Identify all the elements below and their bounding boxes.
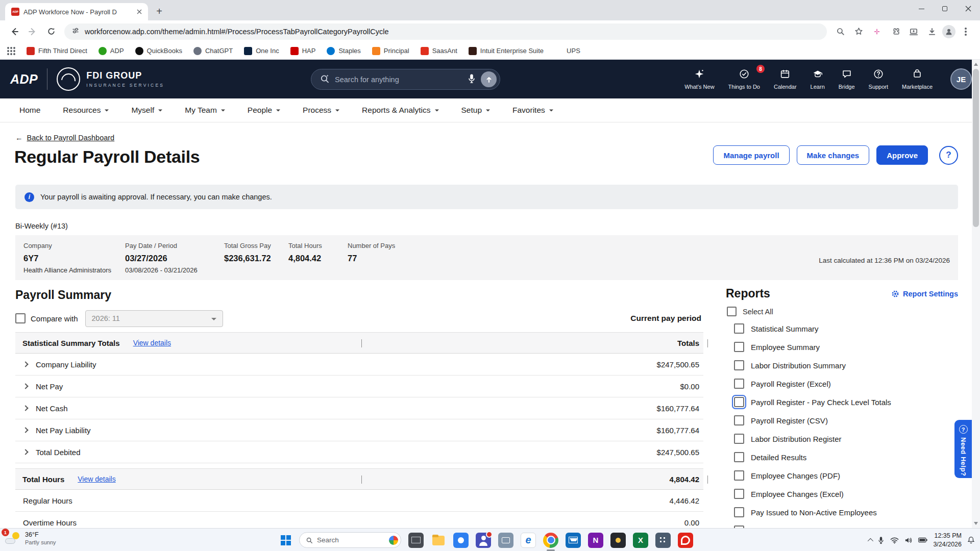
bookmark-fifth-third[interactable]: Fifth Third Direct <box>27 47 87 55</box>
taskbar-outlook[interactable] <box>566 533 581 548</box>
checkbox[interactable] <box>734 434 744 444</box>
site-settings-icon[interactable] <box>71 27 80 37</box>
whats-new-item[interactable]: What's New <box>684 68 714 90</box>
chevron-right-icon[interactable] <box>22 361 28 367</box>
apps-grid-icon[interactable] <box>7 47 15 55</box>
chevron-right-icon[interactable] <box>22 449 28 455</box>
checkbox[interactable] <box>734 452 744 462</box>
search-submit-icon[interactable] <box>481 71 497 87</box>
nav-home[interactable]: Home <box>19 106 40 115</box>
report-option[interactable]: Labor Distribution Register <box>734 430 958 448</box>
bookmark-star-icon[interactable] <box>850 23 867 40</box>
taskbar-internet-explorer[interactable] <box>521 533 536 548</box>
scrollbar-thumb[interactable] <box>973 69 979 227</box>
learn-item[interactable]: Learn <box>811 68 825 90</box>
mic-icon[interactable] <box>468 73 476 86</box>
taskbar-calculator[interactable] <box>655 533 671 548</box>
bookmark-staples[interactable]: Staples <box>327 47 360 55</box>
column-divider[interactable] <box>361 475 362 484</box>
url-bar[interactable]: workforcenow.adp.com/theme/admin.html#/P… <box>64 23 827 40</box>
hidden-icons-chevron[interactable] <box>868 538 872 542</box>
notifications-bell-icon[interactable] <box>967 536 975 544</box>
taskbar-keeper-app[interactable] <box>610 533 626 548</box>
taskbar-acrobat[interactable] <box>678 533 693 548</box>
make-changes-button[interactable]: Make changes <box>797 145 870 165</box>
nav-reports-analytics[interactable]: Reports & Analytics <box>362 106 438 115</box>
taskbar-teams[interactable] <box>476 533 491 548</box>
chevron-right-icon[interactable] <box>22 405 28 411</box>
bookmark-intuit[interactable]: Intuit Enterprise Suite <box>469 47 544 55</box>
column-divider[interactable] <box>707 475 708 484</box>
view-details-link[interactable]: View details <box>133 339 171 347</box>
approve-button[interactable]: Approve <box>876 145 928 165</box>
checkbox[interactable] <box>734 489 744 499</box>
select-all-checkbox[interactable] <box>727 307 737 316</box>
bookmark-chatgpt[interactable]: ChatGPT <box>193 47 233 55</box>
bookmark-principal[interactable]: Principal <box>372 47 409 55</box>
report-settings-link[interactable]: Report Settings <box>891 290 958 298</box>
zoom-icon[interactable] <box>832 23 848 40</box>
reload-icon[interactable] <box>43 23 59 40</box>
user-avatar[interactable]: JE <box>950 68 972 90</box>
start-button[interactable] <box>280 534 292 546</box>
checkbox[interactable] <box>734 470 744 481</box>
chevron-right-icon[interactable] <box>22 427 28 433</box>
table-row[interactable]: Total Debited $247,500.65 <box>15 441 703 463</box>
report-option[interactable]: Payroll Register (CSV) <box>734 411 958 430</box>
search-input[interactable] <box>335 76 462 84</box>
minimize-icon[interactable] <box>910 0 933 17</box>
report-option[interactable]: Employee Summary <box>734 338 958 356</box>
battery-icon[interactable] <box>918 537 927 543</box>
bookmark-hap[interactable]: HAP <box>290 47 316 55</box>
search-highlights-icon[interactable] <box>389 536 398 545</box>
taskbar-excel[interactable] <box>633 533 648 548</box>
report-option[interactable]: Employee Changes (Excel) <box>734 485 958 503</box>
taskbar-media-app[interactable] <box>453 533 469 548</box>
support-item[interactable]: Support <box>869 68 889 90</box>
taskbar-search[interactable] <box>299 532 401 548</box>
compare-checkbox[interactable] <box>15 313 26 323</box>
report-option[interactable]: Pay Issued to Non-Active Employees <box>734 503 958 521</box>
browser-profile-avatar[interactable] <box>942 25 955 38</box>
pinned-extension-icon[interactable] <box>869 23 885 40</box>
report-option[interactable]: Employee Changes (PDF) <box>734 466 958 485</box>
taskbar-app-dark-window[interactable] <box>408 533 424 548</box>
bookmark-one-inc[interactable]: One Inc <box>244 47 279 55</box>
extensions-puzzle-icon[interactable] <box>887 23 903 40</box>
taskbar-snipping-tool[interactable] <box>498 533 513 548</box>
send-to-device-icon[interactable] <box>905 23 922 40</box>
view-details-link[interactable]: View details <box>78 475 115 483</box>
close-window-icon[interactable] <box>957 0 980 17</box>
compare-period-select[interactable]: 2026: 11 <box>85 310 223 327</box>
taskbar-clock[interactable]: 12:35 PM 3/24/2026 <box>933 532 962 548</box>
taskbar-chrome[interactable] <box>543 533 558 548</box>
bookmark-saasant[interactable]: SaasAnt <box>421 47 457 55</box>
taskbar-search-input[interactable] <box>317 536 385 544</box>
browser-tab[interactable]: ADP ADP Workforce Now - Payroll D <box>5 3 148 20</box>
checkbox[interactable] <box>734 507 744 517</box>
tab-close-icon[interactable] <box>135 7 144 16</box>
page-scrollbar[interactable] <box>972 60 980 528</box>
page-help-icon[interactable]: ? <box>939 146 958 165</box>
nav-people[interactable]: People <box>248 106 280 115</box>
taskbar-file-explorer[interactable] <box>431 533 446 548</box>
bookmark-quickbooks[interactable]: QuickBooks <box>135 47 182 55</box>
nav-setup[interactable]: Setup <box>461 106 491 115</box>
nav-process[interactable]: Process <box>303 106 339 115</box>
wifi-icon[interactable] <box>890 537 899 544</box>
column-divider[interactable] <box>361 339 362 347</box>
column-divider[interactable] <box>707 339 708 347</box>
things-to-do-item[interactable]: 8 Things to Do <box>728 68 760 90</box>
back-to-dashboard-link[interactable]: ← Back to Payroll Dashboard <box>15 134 114 142</box>
nav-favorites[interactable]: Favorites <box>512 106 553 115</box>
checkbox[interactable] <box>734 360 744 370</box>
weather-widget[interactable]: 1 36°F Partly sunny <box>5 531 56 546</box>
need-help-tab[interactable]: ? Need Help? <box>954 420 972 478</box>
back-icon[interactable] <box>6 23 22 40</box>
checkbox[interactable] <box>734 379 744 389</box>
checkbox[interactable] <box>734 415 744 425</box>
scroll-down-icon[interactable] <box>974 522 978 525</box>
report-option[interactable]: Detailed Results <box>734 448 958 466</box>
report-option[interactable]: Payroll Register - Pay Check Level Total… <box>734 393 958 411</box>
marketplace-item[interactable]: Marketplace <box>902 68 933 90</box>
